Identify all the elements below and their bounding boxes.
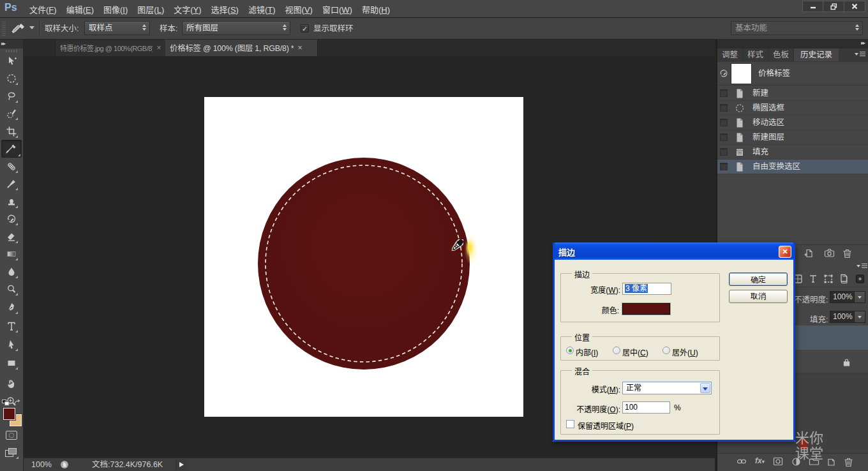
sample-size-select[interactable]: 取样点 <box>84 21 150 35</box>
foreground-color-swatch[interactable] <box>3 408 15 420</box>
tool-clone-stamp[interactable] <box>4 195 19 209</box>
radio-inside[interactable] <box>566 347 574 354</box>
history-source-well[interactable] <box>720 133 728 141</box>
menu-select[interactable]: 选择(S) <box>211 3 239 15</box>
tool-path-selection[interactable] <box>4 338 19 352</box>
tool-gradient[interactable] <box>4 247 19 261</box>
menu-view[interactable]: 视图(V) <box>285 3 313 15</box>
tool-blur[interactable] <box>4 265 19 279</box>
history-brush-source-icon[interactable] <box>719 68 729 78</box>
tool-crop[interactable] <box>4 124 19 138</box>
tab-close-icon[interactable]: × <box>156 45 161 51</box>
panel-tab-history[interactable]: 历史记录 <box>794 49 839 61</box>
zoom-level[interactable]: 100% <box>31 458 52 471</box>
opacity-dropdown-arrow[interactable] <box>855 291 865 303</box>
history-step-new-layer[interactable]: 新建图层 <box>717 130 868 145</box>
tool-preset-arrow-icon[interactable] <box>29 26 34 29</box>
history-source-well[interactable] <box>720 148 728 156</box>
mode-combobox[interactable]: 正常 <box>622 382 712 394</box>
width-input[interactable]: 3 像素 <box>622 283 671 295</box>
menu-window[interactable]: 窗口(W) <box>322 3 352 15</box>
dock-collapse-strip[interactable]: ▸▸ <box>717 40 868 49</box>
default-colors-icon[interactable] <box>2 400 10 406</box>
history-source-well[interactable] <box>720 119 728 126</box>
radio-center[interactable] <box>613 347 620 354</box>
add-layer-mask-icon[interactable] <box>773 457 783 466</box>
panel-tab-adjustments[interactable]: 调整 <box>717 49 743 61</box>
tool-brush[interactable] <box>4 177 19 191</box>
history-source-well[interactable] <box>720 89 728 97</box>
stroke-color-swatch[interactable] <box>622 303 670 315</box>
tool-rectangle[interactable] <box>4 356 19 370</box>
history-step-move-selection[interactable]: 移动选区 <box>717 116 868 130</box>
document-size-info[interactable]: 文档:732.4K/976.6K <box>92 458 163 471</box>
layer-filter-toggle[interactable] <box>855 274 865 284</box>
tool-lasso[interactable] <box>4 89 19 103</box>
tool-eyedropper-selected[interactable] <box>1 140 22 158</box>
preserve-transparency-checkbox[interactable] <box>566 420 574 428</box>
menu-type[interactable]: 文字(Y) <box>174 3 201 15</box>
menu-image[interactable]: 图像(I) <box>103 3 128 15</box>
tool-hand[interactable] <box>4 377 19 391</box>
filter-type-layers-icon[interactable] <box>808 274 818 284</box>
sample-select[interactable]: 所有图层 <box>182 21 290 35</box>
ok-button[interactable]: 确定 <box>729 273 788 286</box>
history-step-fill[interactable]: 填充 <box>717 145 868 160</box>
dialog-close-button[interactable]: ✕ <box>779 246 791 258</box>
panel-tab-swatches[interactable]: 色板 <box>768 49 794 61</box>
tool-eraser[interactable] <box>4 230 19 244</box>
delete-layer-trash-icon[interactable] <box>844 457 853 467</box>
link-layers-icon[interactable] <box>737 457 747 466</box>
menu-help[interactable]: 帮助(H) <box>362 3 390 15</box>
combo-arrow-icon[interactable] <box>700 383 710 393</box>
tool-quick-selection[interactable] <box>4 107 19 121</box>
restore-button[interactable] <box>823 1 844 12</box>
delete-state-trash-icon[interactable] <box>842 248 852 258</box>
new-document-from-state-icon[interactable] <box>804 248 814 258</box>
history-step-new[interactable]: 新建 <box>717 86 868 101</box>
tool-move[interactable] <box>4 54 19 68</box>
dialog-opacity-input[interactable]: 100 <box>622 401 670 414</box>
new-snapshot-camera-icon[interactable] <box>824 248 835 258</box>
tool-history-brush[interactable] <box>4 212 19 226</box>
history-source-well[interactable] <box>720 163 728 170</box>
options-grip-handle[interactable] <box>2 22 6 36</box>
fill-value[interactable]: 100% <box>830 311 855 323</box>
workspace-switcher[interactable]: 基本功能 <box>731 21 863 35</box>
toolbar-collapse-header[interactable]: ▸▸ <box>0 40 23 49</box>
minimize-button[interactable] <box>802 1 823 12</box>
menu-file[interactable]: 文件(F) <box>29 3 57 15</box>
tab-close-icon[interactable]: × <box>297 45 302 51</box>
panel-menu-icon[interactable] <box>857 264 867 268</box>
menu-layer[interactable]: 图层(L) <box>137 3 164 15</box>
tool-pen[interactable] <box>4 301 19 315</box>
opacity-value[interactable]: 100% <box>830 291 855 303</box>
history-source-well[interactable] <box>720 104 728 112</box>
quick-mask-button[interactable] <box>6 431 17 440</box>
status-flyout-arrow-icon[interactable] <box>176 460 186 470</box>
tool-elliptical-marquee[interactable] <box>4 71 19 86</box>
radio-outside[interactable] <box>662 347 670 354</box>
document-tab-inactive[interactable]: 特惠价标签.jpg @ 100%(RGB/8) × <box>55 40 166 56</box>
screen-mode-button[interactable] <box>5 448 18 458</box>
panel-tab-styles[interactable]: 样式 <box>743 49 768 61</box>
cancel-button[interactable]: 取消 <box>729 290 788 303</box>
tool-spot-healing-brush[interactable] <box>4 160 19 174</box>
history-step-free-transform-selection[interactable]: 自由变换选区 <box>717 160 868 174</box>
filter-shape-layers-icon[interactable] <box>823 274 834 284</box>
dialog-title-bar[interactable]: 描边 ✕ <box>553 243 795 260</box>
fill-dropdown-arrow[interactable] <box>855 311 865 323</box>
menu-filter[interactable]: 滤镜(T) <box>248 3 276 15</box>
tool-type[interactable] <box>4 319 19 333</box>
panel-menu-icon[interactable] <box>855 52 866 59</box>
swap-colors-icon[interactable] <box>13 400 21 406</box>
close-button[interactable] <box>844 1 865 12</box>
eyedropper-tool-icon[interactable] <box>10 22 27 36</box>
document-tab-active[interactable]: 价格标签 @ 100% (图层 1, RGB/8) * × <box>165 40 318 56</box>
menu-edit[interactable]: 编辑(E) <box>66 3 94 15</box>
history-step-elliptical-marquee[interactable]: 椭圆选框 <box>717 101 868 116</box>
layer-style-fx-icon[interactable]: fx▾ <box>755 456 765 465</box>
filter-smart-object-icon[interactable] <box>839 274 849 284</box>
show-sampling-ring-checkbox[interactable]: ✓ <box>301 24 309 33</box>
history-snapshot-row[interactable]: 价格标签 <box>717 62 868 86</box>
